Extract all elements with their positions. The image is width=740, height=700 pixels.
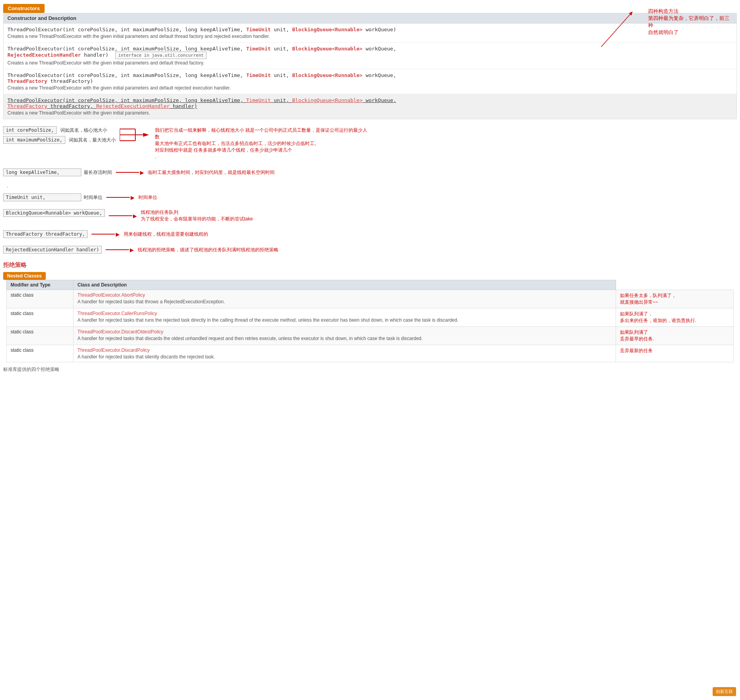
arrow-group1 — [120, 127, 151, 143]
class-desc-text: A handler for rejected tasks that discar… — [77, 336, 611, 341]
tooltip-box: interface in java.util.concurrent — [115, 52, 207, 59]
rejectedhandler-arrow: ▶ — [106, 247, 134, 253]
top-annotation-area: 四种构造方法 第四种最为复杂，它弄明白了，前三种 自然就明白了 — [601, 8, 734, 55]
constructors-badge: Constructors — [3, 4, 45, 13]
bq-desc1: 线程池的任务队列 — [141, 209, 253, 216]
blockingqueue-arrow: ▶ — [109, 213, 137, 219]
blockingqueue-link-3[interactable]: BlockingQueue<Runnable> — [292, 72, 363, 78]
timeunit-arrow: ▶ — [106, 195, 135, 201]
corepool-label: 词如其名，核心池大小 — [60, 127, 107, 133]
sig4-text: ThreadPoolExecutor(int corePoolSize, int… — [7, 97, 396, 109]
rejectedhandler-desc: 线程池的拒绝策略，描述了线程池的任务队列满时线程池的拒绝策略 — [138, 247, 278, 253]
threadfactory-arrow: ▶ — [92, 231, 120, 237]
sig3-text3: workQueue, — [363, 72, 396, 78]
anno-line3: 自然就明白了 — [648, 29, 734, 36]
arrow-line-4 — [92, 234, 115, 235]
keepalive-label: 最长存活时间 — [84, 169, 112, 176]
maxpool-label: 词如其名，最大池大小 — [69, 137, 116, 143]
timeunit-link-3[interactable]: TimeUnit — [246, 72, 271, 78]
corepool-code: int corePoolSize, — [3, 126, 57, 134]
table-row: static classThreadPoolExecutor.CallerRun… — [7, 308, 734, 327]
param-group-1: int corePoolSize, 词如其名，核心池大小 int maximum… — [3, 127, 737, 161]
bullet-1: · — [7, 184, 737, 190]
rejection-title: 拒绝策略 — [3, 261, 737, 269]
desc-line1: 我们把它当成一组来解释，核心线程池大小 就是一个公司中的正式员工数量，是保证公司… — [155, 127, 370, 140]
keepalive-code: long keepAliveTime, — [3, 168, 81, 176]
keepalive-desc: 临时工最大摸鱼时间，对应到代码里，就是线程最长空闲时间 — [148, 169, 275, 176]
nested-table: Modifier and Type Class and Description … — [6, 280, 734, 362]
timeunit-desc: 时间单位 — [138, 194, 157, 201]
param-keepalive: long keepAliveTime, 最长存活时间 ▶ 临时工最大摸鱼时间，对… — [3, 168, 737, 176]
class-desc-text: A handler for rejected tasks that throws… — [77, 299, 611, 304]
blockingqueue-desc: 线程池的任务队列 为了线程安全，会有阻塞等待的功能，不断的尝试take — [141, 209, 253, 222]
blockingqueue-link-1[interactable]: BlockingQueue<Runnable> — [292, 27, 363, 32]
class-link[interactable]: ThreadPoolExecutor.AbortPolicy — [77, 292, 145, 298]
class-link[interactable]: ThreadPoolExecutor.DiscardOldestPolicy — [77, 329, 163, 335]
arrow-line-3 — [109, 215, 132, 216]
class-link[interactable]: ThreadPoolExecutor.DiscardPolicy — [77, 347, 150, 353]
cell-annotation: 如果任务太多，队列满了， 就直接抛出异常~~ — [616, 290, 734, 308]
cell-modifier: static class — [7, 308, 74, 327]
param-desc-group1: 我们把它当成一组来解释，核心线程池大小 就是一个公司中的正式员工数量，是保证公司… — [155, 127, 370, 161]
param-codes-group: int corePoolSize, 词如其名，核心池大小 int maximum… — [3, 127, 116, 143]
desc-bullet: · — [155, 155, 370, 161]
cell-modifier: static class — [7, 327, 74, 345]
desc-line3: 对应到线程中就是 任务多就多申请几个线程，任务少就少申请几个 — [155, 147, 370, 154]
col-modifier: Modifier and Type — [7, 280, 74, 290]
class-link[interactable]: ThreadPoolExecutor.CallerRunsPolicy — [77, 311, 157, 316]
cell-class-desc: ThreadPoolExecutor.DiscardOldestPolicyA … — [74, 327, 616, 345]
svg-marker-2 — [143, 133, 149, 137]
threadfactory-desc: 用来创建线程，线程池是需要创建线程的 — [124, 231, 208, 238]
blockingqueue-link-2[interactable]: BlockingQueue<Runnable> — [292, 46, 363, 52]
param-rejectedhandler: RejectedExecutionHandler handler) ▶ 线程池的… — [3, 246, 737, 254]
maxpool-code: int maximumPoolSize, — [3, 136, 65, 144]
constructor-sig-3: ThreadPoolExecutor(int corePoolSize, int… — [7, 72, 733, 84]
rejectedhandler-code: RejectedExecutionHandler handler) — [3, 246, 102, 254]
cell-modifier: static class — [7, 345, 74, 362]
constructor-row-4: ThreadPoolExecutor(int corePoolSize, int… — [4, 94, 736, 119]
anno-line1: 四种构造方法 — [648, 8, 734, 15]
constructor-sig-4: ThreadPoolExecutor(int corePoolSize, int… — [7, 97, 733, 109]
constructor-row-3: ThreadPoolExecutor(int corePoolSize, int… — [4, 69, 736, 94]
arrow-svg-1 — [120, 127, 151, 143]
anno-line2: 第四种最为复杂，它弄明白了，前三种 — [648, 15, 734, 29]
class-desc-text: A handler for rejected tasks that runs t… — [77, 317, 611, 323]
cell-annotation: 如果队列满了 丢弃最早的任务. — [616, 327, 734, 345]
rejectedhandler-link[interactable]: RejectedExecutionHandler — [7, 52, 81, 58]
keepalive-arrow: ▶ — [116, 170, 144, 175]
cell-modifier: static class — [7, 290, 74, 308]
sig3-text2: unit, — [271, 72, 292, 78]
desc-line2: 最大池中有正式工也有临时工，当活点多招点临时工，活少的时候少点临时工。 — [155, 140, 370, 147]
rejection-section: 拒绝策略 Nested Classes Modifier and Type Cl… — [0, 261, 740, 362]
threadfactory-link[interactable]: ThreadFactory — [7, 78, 47, 84]
param-timeunit: TimeUnit unit, 时间单位 ▶ 时间单位 — [3, 193, 737, 201]
cell-class-desc: ThreadPoolExecutor.CallerRunsPolicyA han… — [74, 308, 616, 327]
top-annotation-text: 四种构造方法 第四种最为复杂，它弄明白了，前三种 自然就明白了 — [648, 8, 734, 36]
sig-text: ThreadPoolExecutor(int corePoolSize, int… — [7, 27, 246, 32]
sig2-text2: unit, — [271, 46, 292, 52]
nested-badge: Nested Classes — [3, 272, 46, 280]
param-blockingqueue: BlockingQueue<Runnable> workQueue, ▶ 线程池… — [3, 209, 737, 222]
constructor-desc-4: Creates a new ThreadPoolExecutor with th… — [7, 110, 733, 116]
sig-text-3: workQueue) — [363, 27, 396, 32]
cell-annotation: 丢弃最新的任务 — [616, 345, 734, 362]
footer-note: 标准库提供的四个拒绝策略 — [3, 366, 737, 373]
constructor-desc-3: Creates a new ThreadPoolExecutor with th… — [7, 85, 733, 91]
table-row: static classThreadPoolExecutor.DiscardOl… — [7, 327, 734, 345]
nested-table-wrapper: Modifier and Type Class and Description … — [3, 280, 737, 362]
param-corepool: int corePoolSize, 词如其名，核心池大小 — [3, 127, 116, 134]
sig3-text1: ThreadPoolExecutor(int corePoolSize, int… — [7, 72, 246, 78]
param-threadfactory: ThreadFactory threadFactory, ▶ 用来创建线程，线程… — [3, 230, 737, 238]
sig3-text4: threadFactory) — [47, 78, 93, 84]
timeunit-link-1[interactable]: TimeUnit — [246, 27, 271, 32]
sig2-text4: handler) — [81, 52, 108, 58]
timeunit-link-2[interactable]: TimeUnit — [246, 46, 271, 52]
table-header-row: Modifier and Type Class and Description — [7, 280, 734, 290]
svg-line-0 — [601, 12, 632, 47]
class-desc-text: A handler for rejected tasks that silent… — [77, 354, 611, 360]
params-annotation-area: int corePoolSize, 词如其名，核心池大小 int maximum… — [3, 127, 737, 254]
blockingqueue-code: BlockingQueue<Runnable> workQueue, — [3, 209, 105, 217]
cell-annotation: 如果队列满了， 多出来的任务，谁加的，谁负责执行. — [616, 308, 734, 327]
timeunit-label: 时间单位 — [84, 194, 102, 201]
sig2-text1: ThreadPoolExecutor(int corePoolSize, int… — [7, 46, 246, 52]
